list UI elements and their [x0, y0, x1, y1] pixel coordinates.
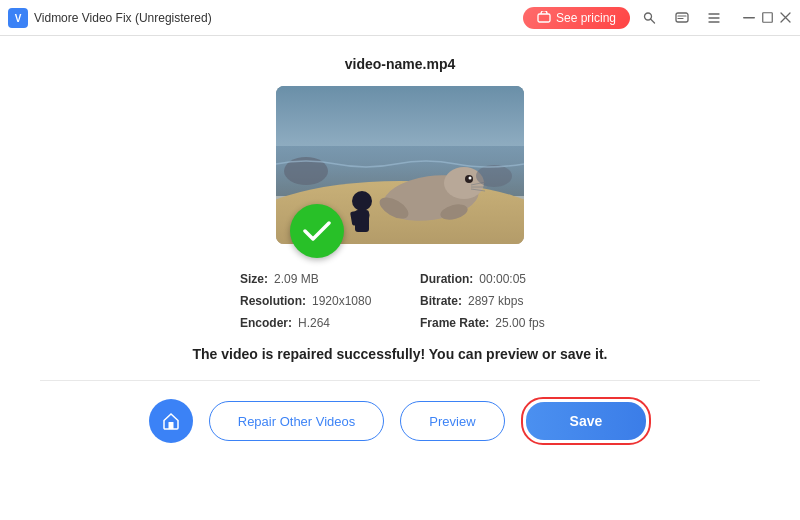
message-icon-button[interactable]	[670, 6, 694, 30]
see-pricing-button[interactable]: See pricing	[523, 7, 630, 29]
menu-icon-button[interactable]	[702, 6, 726, 30]
meta-bitrate: Bitrate: 2897 kbps	[420, 294, 560, 308]
checkmark-icon	[303, 220, 331, 242]
meta-framerate: Frame Rate: 25.00 fps	[420, 316, 560, 330]
save-button-wrapper: Save	[521, 397, 652, 445]
action-bar: Repair Other Videos Preview Save	[40, 397, 760, 445]
minimize-button[interactable]	[742, 11, 756, 25]
app-title: Vidmore Video Fix (Unregistered)	[34, 11, 523, 25]
svg-rect-5	[743, 17, 755, 19]
title-bar-actions: See pricing	[523, 6, 792, 30]
bitrate-value: 2897 kbps	[468, 294, 523, 308]
preview-button[interactable]: Preview	[400, 401, 504, 441]
meta-encoder: Encoder: H.264	[240, 316, 380, 330]
framerate-value: 25.00 fps	[495, 316, 544, 330]
save-button[interactable]: Save	[526, 402, 647, 440]
success-circle	[290, 204, 344, 258]
video-preview-container	[276, 86, 524, 244]
encoder-label: Encoder:	[240, 316, 292, 330]
encoder-value: H.264	[298, 316, 330, 330]
resolution-label: Resolution:	[240, 294, 306, 308]
svg-rect-4	[676, 13, 688, 22]
svg-point-24	[476, 165, 512, 187]
metadata-grid: Size: 2.09 MB Duration: 00:00:05 Resolut…	[240, 272, 560, 330]
meta-resolution: Resolution: 1920x1080	[240, 294, 380, 308]
cart-icon	[537, 11, 551, 25]
meta-duration: Duration: 00:00:05	[420, 272, 560, 286]
main-content: video-name.mp4	[0, 36, 800, 520]
window-controls	[742, 11, 792, 25]
divider	[40, 380, 760, 381]
app-logo: V	[8, 8, 28, 28]
home-icon	[161, 411, 181, 431]
video-filename: video-name.mp4	[345, 56, 455, 72]
meta-size: Size: 2.09 MB	[240, 272, 380, 286]
size-label: Size:	[240, 272, 268, 286]
duration-value: 00:00:05	[479, 272, 526, 286]
svg-rect-2	[538, 14, 550, 22]
bitrate-label: Bitrate:	[420, 294, 462, 308]
svg-rect-25	[168, 422, 173, 429]
success-message: The video is repaired successfully! You …	[193, 346, 608, 362]
repair-other-videos-button[interactable]: Repair Other Videos	[209, 401, 385, 441]
title-bar: V Vidmore Video Fix (Unregistered) See p…	[0, 0, 800, 36]
resolution-value: 1920x1080	[312, 294, 371, 308]
success-overlay	[290, 204, 344, 258]
home-button[interactable]	[149, 399, 193, 443]
svg-point-19	[352, 191, 372, 211]
svg-point-13	[469, 177, 472, 180]
svg-rect-6	[762, 13, 772, 23]
maximize-button[interactable]	[760, 11, 774, 25]
key-icon-button[interactable]	[638, 6, 662, 30]
duration-label: Duration:	[420, 272, 473, 286]
size-value: 2.09 MB	[274, 272, 319, 286]
svg-text:V: V	[15, 13, 22, 24]
framerate-label: Frame Rate:	[420, 316, 489, 330]
close-button[interactable]	[778, 11, 792, 25]
